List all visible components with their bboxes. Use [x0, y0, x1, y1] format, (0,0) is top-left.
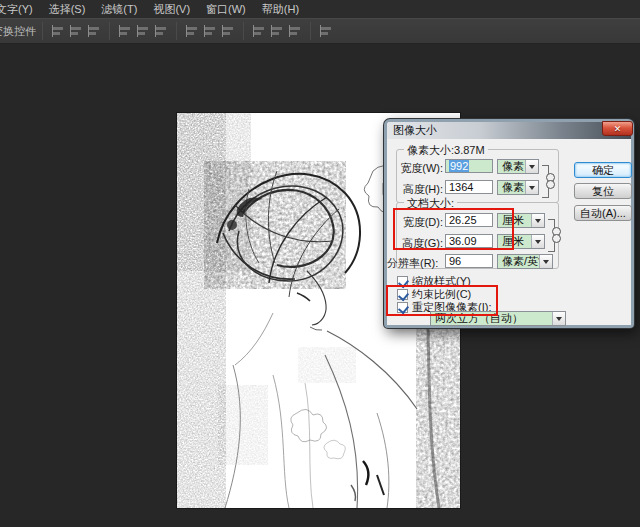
alignment-icon-strip: [49, 22, 335, 40]
align-horizontal-centers-icon[interactable]: [136, 24, 150, 38]
annotation-box-checkboxes: [386, 285, 498, 316]
pixel-height-input[interactable]: 1364: [445, 180, 493, 194]
auto-align-layers-icon[interactable]: [319, 24, 333, 38]
resolution-unit-select[interactable]: 像素/英寸: [497, 254, 553, 269]
distribute-vertical-centers-icon[interactable]: [203, 24, 217, 38]
chain-link-icon: [546, 173, 554, 189]
align-bottom-edges-icon[interactable]: [87, 24, 101, 38]
pixel-height-unit: 像素: [502, 181, 524, 193]
pixel-width-unit: 像素: [502, 160, 524, 172]
toolbar-divider: [176, 22, 177, 40]
resolution-label: 分辨率(R):: [387, 256, 433, 271]
chevron-down-icon[interactable]: [531, 235, 544, 248]
resolution-input[interactable]: 96: [445, 254, 493, 268]
pixel-height-value: 1364: [449, 181, 473, 193]
image-size-dialog: 图像大小 像素大小:3.87M 宽度(W): 992 像素 高度(H): 136…: [384, 119, 634, 328]
tool-options-bar: 变换控件: [0, 18, 640, 44]
distribute-bottom-edges-icon[interactable]: [221, 24, 235, 38]
pixel-height-unit-select[interactable]: 像素: [497, 180, 539, 195]
dialog-body: 像素大小:3.87M 宽度(W): 992 像素 高度(H): 1364 像素 …: [387, 139, 631, 325]
align-right-edges-icon[interactable]: [154, 24, 168, 38]
menu-bar: 文字(Y) 选择(S) 滤镜(T) 视图(V) 窗口(W) 帮助(H): [0, 0, 640, 18]
ok-button[interactable]: 确定: [574, 162, 632, 178]
distribute-left-edges-icon[interactable]: [252, 24, 266, 38]
pixel-width-unit-select[interactable]: 像素: [497, 159, 539, 174]
pixel-width-label: 宽度(W):: [397, 161, 443, 176]
chevron-down-icon[interactable]: [525, 181, 538, 194]
chain-link-icon: [552, 227, 560, 243]
menu-item-type[interactable]: 文字(Y): [0, 0, 41, 18]
toolbar-divider: [243, 22, 244, 40]
pixel-size-legend: 像素大小:3.87M: [404, 143, 488, 158]
distribute-right-edges-icon[interactable]: [288, 24, 302, 38]
dialog-title-bar[interactable]: 图像大小: [387, 122, 631, 139]
show-transform-controls-label: 变换控件: [0, 24, 36, 39]
distribute-top-edges-icon[interactable]: [185, 24, 199, 38]
menu-item-filter[interactable]: 滤镜(T): [93, 0, 145, 18]
menu-item-select[interactable]: 选择(S): [41, 0, 94, 18]
pixel-width-value: 992: [449, 160, 469, 172]
menu-item-help[interactable]: 帮助(H): [254, 0, 307, 18]
toolbar-divider: [109, 22, 110, 40]
align-left-edges-icon[interactable]: [118, 24, 132, 38]
menu-item-window[interactable]: 窗口(W): [198, 0, 254, 18]
auto-button[interactable]: 自动(A)...: [574, 205, 632, 221]
resolution-value: 96: [449, 255, 461, 267]
chevron-down-icon[interactable]: [531, 214, 544, 227]
close-icon[interactable]: [602, 121, 633, 136]
chevron-down-icon[interactable]: [552, 312, 565, 325]
pixel-width-input[interactable]: 992: [445, 159, 493, 173]
pixel-height-label: 高度(H):: [397, 182, 443, 197]
annotation-box-document-size: [393, 208, 514, 250]
menu-item-view[interactable]: 视图(V): [145, 0, 198, 18]
distribute-horizontal-centers-icon[interactable]: [270, 24, 284, 38]
toolbar-divider: [310, 22, 311, 40]
dialog-title: 图像大小: [387, 123, 437, 138]
chevron-down-icon[interactable]: [525, 160, 538, 173]
align-top-edges-icon[interactable]: [51, 24, 65, 38]
reset-button[interactable]: 复位: [574, 183, 632, 199]
align-vertical-centers-icon[interactable]: [69, 24, 83, 38]
chevron-down-icon[interactable]: [539, 255, 552, 268]
toolbar-divider: [42, 22, 43, 40]
